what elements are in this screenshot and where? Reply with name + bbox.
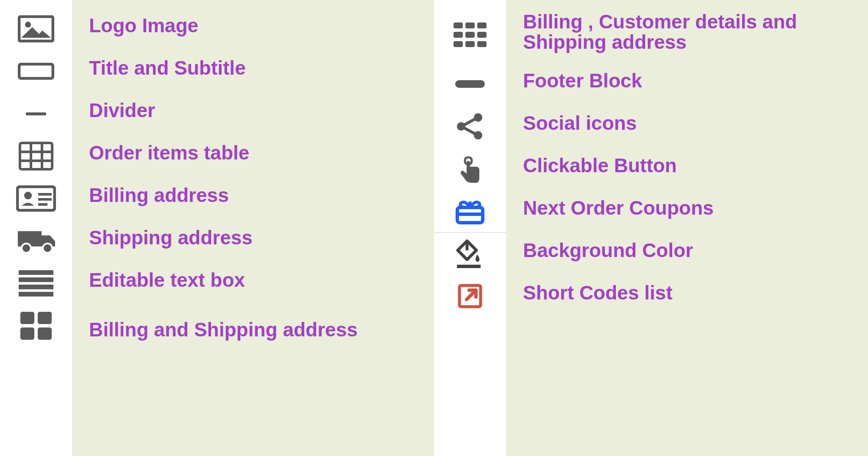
svg-rect-4 xyxy=(20,143,52,169)
background-color-option[interactable] xyxy=(434,232,506,275)
label-row: Editable text box xyxy=(89,259,421,301)
social-icons-option[interactable] xyxy=(434,105,506,148)
grid-2x2-icon xyxy=(20,312,52,340)
right-column: Billing , Customer details and Shipping … xyxy=(434,0,868,456)
gift-icon xyxy=(455,197,485,225)
svg-rect-21 xyxy=(38,312,52,324)
label-row: Background Color xyxy=(523,229,855,271)
svg-rect-32 xyxy=(477,41,487,47)
billing-shipping-address-option[interactable] xyxy=(0,305,72,347)
share-icon xyxy=(455,112,485,141)
svg-line-38 xyxy=(465,128,475,134)
svg-rect-18 xyxy=(19,285,53,289)
logo-image-option[interactable] xyxy=(0,8,72,50)
label-row: Order items table xyxy=(89,131,421,174)
billing-customer-shipping-option[interactable] xyxy=(434,8,506,63)
label-row: Billing and Shipping address xyxy=(89,301,421,358)
title-icon xyxy=(18,63,54,80)
divider-icon xyxy=(26,111,46,116)
grid-3x3-icon xyxy=(453,22,487,48)
label-text: Order items table xyxy=(89,143,249,163)
truck-icon xyxy=(16,227,56,255)
label-row: Social icons xyxy=(523,102,855,144)
svg-rect-3 xyxy=(26,112,46,115)
external-link-icon xyxy=(457,283,483,309)
svg-point-14 xyxy=(22,243,31,253)
svg-rect-2 xyxy=(19,64,53,78)
divider-option[interactable] xyxy=(0,92,72,135)
label-text: Logo Image xyxy=(89,15,198,36)
label-text: Short Codes list xyxy=(523,283,673,303)
label-text: Divider xyxy=(89,100,155,120)
label-row: Title and Subtitle xyxy=(89,47,421,89)
svg-rect-24 xyxy=(453,22,463,28)
footer-block-option[interactable] xyxy=(434,63,506,105)
svg-rect-13 xyxy=(38,203,47,206)
shipping-address-option[interactable] xyxy=(0,220,72,262)
svg-point-10 xyxy=(24,192,32,199)
clickable-button-option[interactable] xyxy=(434,148,506,190)
short-codes-list-option[interactable] xyxy=(434,275,506,317)
label-row: Footer Block xyxy=(523,59,855,102)
id-card-icon xyxy=(16,185,56,212)
svg-rect-28 xyxy=(465,32,475,38)
svg-rect-25 xyxy=(465,22,475,28)
label-text: Editable text box xyxy=(89,270,245,290)
left-label-strip: Logo Image Title and Subtitle Divider Or… xyxy=(72,0,434,456)
label-row: Clickable Button xyxy=(523,144,855,187)
label-text: Shipping address xyxy=(89,227,253,248)
image-icon xyxy=(18,15,54,42)
svg-rect-26 xyxy=(477,22,487,28)
svg-rect-12 xyxy=(38,198,52,201)
label-row: Next Order Coupons xyxy=(523,187,855,229)
svg-rect-19 xyxy=(19,292,53,297)
svg-rect-20 xyxy=(20,312,34,324)
next-order-coupons-option[interactable] xyxy=(434,190,506,232)
right-label-strip: Billing , Customer details and Shipping … xyxy=(506,0,868,456)
label-text: Billing address xyxy=(89,185,229,205)
label-text: Billing and Shipping address xyxy=(89,319,358,340)
svg-point-1 xyxy=(25,22,31,28)
svg-rect-42 xyxy=(457,265,481,268)
svg-rect-31 xyxy=(465,41,475,47)
svg-rect-23 xyxy=(38,327,52,340)
svg-point-15 xyxy=(43,243,52,253)
title-subtitle-option[interactable] xyxy=(0,50,72,92)
svg-rect-33 xyxy=(455,80,485,88)
label-text: Social icons xyxy=(523,113,637,133)
left-icon-strip xyxy=(0,0,72,456)
svg-rect-16 xyxy=(19,270,53,275)
svg-rect-17 xyxy=(19,277,53,282)
label-text: Billing , Customer details and Shipping … xyxy=(523,11,855,53)
right-icon-strip xyxy=(434,0,506,456)
label-row: Shipping address xyxy=(89,216,421,259)
text-lines-icon xyxy=(19,270,53,297)
svg-rect-27 xyxy=(453,32,463,38)
svg-line-37 xyxy=(465,119,475,125)
left-column: Logo Image Title and Subtitle Divider Or… xyxy=(0,0,434,456)
paint-bucket-icon xyxy=(455,238,485,270)
label-row: Billing address xyxy=(89,174,421,216)
svg-rect-29 xyxy=(477,32,487,38)
billing-address-option[interactable] xyxy=(0,177,72,220)
editable-text-box-option[interactable] xyxy=(0,262,72,305)
label-row: Divider xyxy=(89,89,421,131)
table-icon xyxy=(19,142,53,171)
label-text: Next Order Coupons xyxy=(523,198,714,218)
label-text: Background Color xyxy=(523,240,693,260)
label-row: Billing , Customer details and Shipping … xyxy=(523,4,855,59)
footer-icon xyxy=(455,80,485,88)
label-text: Clickable Button xyxy=(523,155,677,176)
svg-rect-30 xyxy=(453,41,463,47)
label-text: Title and Subtitle xyxy=(89,58,246,78)
label-row: Short Codes list xyxy=(523,271,855,314)
tap-icon xyxy=(457,153,483,185)
label-row: Logo Image xyxy=(89,4,421,47)
order-items-table-option[interactable] xyxy=(0,135,72,177)
svg-rect-11 xyxy=(38,193,52,196)
label-text: Footer Block xyxy=(523,70,642,91)
svg-rect-22 xyxy=(20,327,34,340)
